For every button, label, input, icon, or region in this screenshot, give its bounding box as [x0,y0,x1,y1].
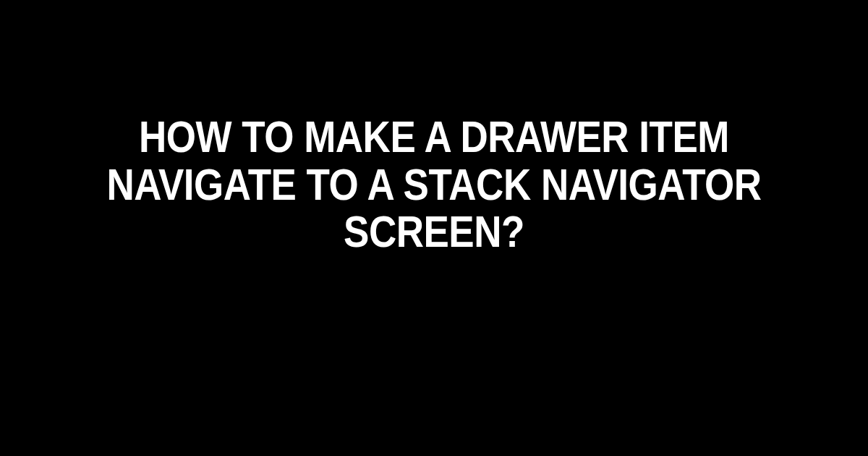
title-container: How to Make a Drawer Item Navigate to a … [0,122,868,247]
page-title: How to Make a Drawer Item Navigate to a … [43,113,825,256]
